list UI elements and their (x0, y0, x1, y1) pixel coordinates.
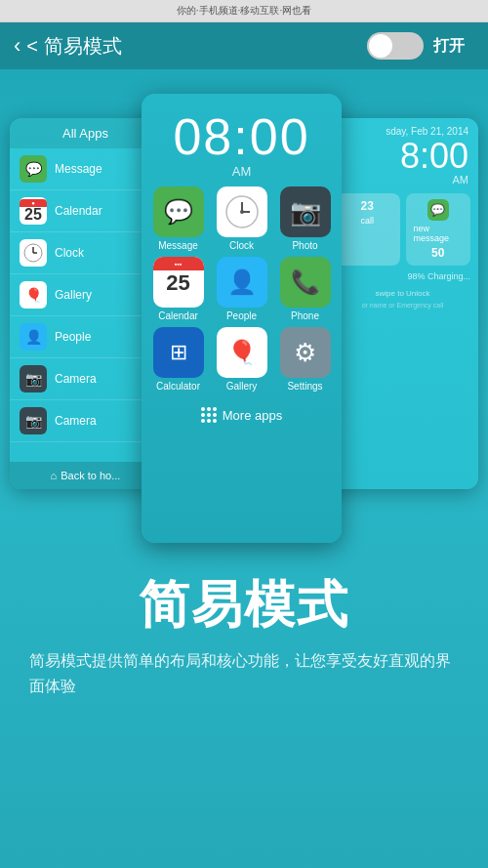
browser-bar: 你的·手机频道·移动互联·网也看 (0, 0, 488, 22)
grid-app-calendar[interactable]: ▪▪▪ 25 Calendar (149, 257, 207, 321)
app-label: Message (55, 162, 102, 176)
calendar-icon: ●25 (20, 197, 47, 225)
screen-center: 08:00 AM 💬 Message Clock 📷 (142, 94, 342, 543)
list-item[interactable]: 🎈 Gallery (10, 274, 161, 316)
back-navigation[interactable]: ‹ < 简易模式 (14, 33, 122, 60)
grid-app-gallery[interactable]: 🎈 Gallery (213, 327, 270, 392)
grid-photo-icon: 📷 (280, 186, 331, 237)
back-arrow-icon: ‹ (14, 33, 20, 59)
grid-gallery-icon: 🎈 (217, 327, 267, 378)
emergency-label: or name or Emergency call (327, 302, 478, 309)
charging-status: 98% Charging... (327, 271, 478, 281)
list-item[interactable]: 📷 Camera (10, 358, 161, 400)
all-apps-header: All Apps (10, 118, 161, 148)
app-label: Clock (55, 246, 84, 260)
camera-icon: 📷 (20, 365, 47, 393)
home-icon: ⌂ (51, 470, 58, 481)
grid-app-people[interactable]: 👤 People (213, 257, 270, 321)
grid-app-settings[interactable]: ⚙ Settings (276, 327, 334, 392)
bottom-section: 简易模式 简易模式提供简单的布局和核心功能，让您享受友好直观的界面体验 (0, 577, 488, 698)
grid-settings-icon: ⚙ (280, 327, 331, 378)
right-time: 8:00 (327, 139, 478, 174)
svg-point-6 (240, 210, 244, 214)
screen-right: sday, Feb 21, 2014 8:00 AM 23 call 💬 new… (327, 118, 478, 489)
grid-app-photo[interactable]: 📷 Photo (276, 186, 334, 251)
screen-left: All Apps 💬 Message ●25 Calendar Clock 🎈 … (10, 118, 161, 489)
grid-label: Settings (287, 381, 322, 392)
toggle-knob (369, 34, 392, 58)
grid-calculator-icon: ⊞ (153, 327, 204, 378)
main-content: All Apps 💬 Message ●25 Calendar Clock 🎈 … (0, 69, 488, 868)
right-notif-row: 23 call 💬 new message 50 (327, 193, 478, 266)
app-label: Calendar (55, 204, 102, 218)
more-apps-button[interactable]: More apps (142, 397, 342, 433)
right-missed-call: 23 call (335, 193, 400, 266)
main-description: 简易模式提供简单的布局和核心功能，让您享受友好直观的界面体验 (29, 648, 459, 698)
toggle-switch[interactable] (367, 32, 424, 60)
right-new-message: 💬 new message 50 (406, 193, 471, 266)
grid-people-icon: 👤 (217, 257, 267, 308)
gallery-icon: 🎈 (20, 281, 47, 309)
header-bar: ‹ < 简易模式 打开 (0, 22, 488, 69)
grid-phone-icon: 📞 (280, 257, 331, 308)
message-icon: 💬 (20, 155, 47, 183)
list-item[interactable]: 📷 Camera (10, 400, 161, 442)
grid-message-icon: 💬 (153, 186, 204, 237)
grid-label: Calendar (158, 310, 198, 321)
dots-icon (201, 407, 217, 423)
camera2-icon: 📷 (20, 407, 47, 434)
grid-label: Message (158, 240, 198, 251)
app-label: Gallery (55, 288, 92, 302)
grid-label: Calculator (156, 381, 200, 392)
screens-container: All Apps 💬 Message ●25 Calendar Clock 🎈 … (0, 89, 488, 567)
clock-icon (20, 239, 47, 267)
notif-message-icon: 💬 (427, 199, 449, 221)
list-item[interactable]: 💬 Message (10, 148, 161, 190)
people-icon: 👤 (20, 323, 47, 351)
grid-label: Photo (292, 240, 317, 251)
grid-calendar-icon: ▪▪▪ 25 (153, 257, 204, 308)
app-label: Camera (55, 372, 97, 386)
app-label: People (55, 330, 91, 344)
grid-label: Gallery (226, 381, 258, 392)
toggle-area: 打开 (367, 32, 474, 61)
center-ampm: AM (142, 164, 342, 179)
app-label: Camera (55, 414, 97, 428)
list-item[interactable]: ●25 Calendar (10, 190, 161, 232)
center-time: 08:00 (142, 94, 342, 162)
list-item[interactable]: Clock (10, 232, 161, 274)
swipe-label: swipe to Unlock (327, 285, 478, 302)
list-item[interactable]: 👤 People (10, 316, 161, 358)
back-to-home[interactable]: ⌂ Back to ho... (10, 462, 161, 489)
app-grid: 💬 Message Clock 📷 Photo (142, 186, 342, 392)
grid-label: Clock (229, 240, 254, 251)
grid-app-calculator[interactable]: ⊞ Calculator (149, 327, 207, 392)
open-button[interactable]: 打开 (424, 32, 474, 61)
grid-clock-icon (217, 186, 267, 237)
page-title: < 简易模式 (26, 33, 121, 60)
grid-label: People (226, 310, 257, 321)
grid-label: Phone (291, 310, 319, 321)
grid-app-clock[interactable]: Clock (213, 186, 270, 251)
main-title: 简易模式 (29, 577, 459, 633)
grid-app-message[interactable]: 💬 Message (149, 186, 207, 251)
grid-app-phone[interactable]: 📞 Phone (276, 257, 334, 321)
